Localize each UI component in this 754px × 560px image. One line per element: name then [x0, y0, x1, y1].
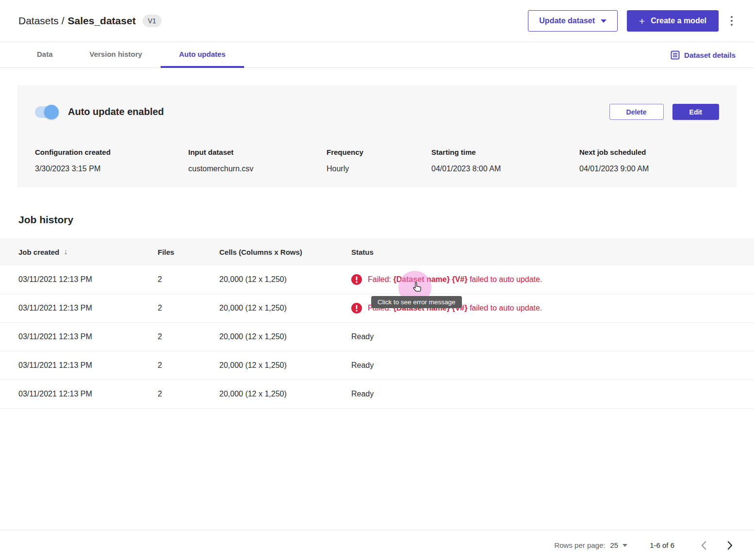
cell-cells: 20,000 (12 x 1,250) — [219, 332, 351, 341]
cell-cells: 20,000 (12 x 1,250) — [219, 361, 351, 370]
update-dataset-button[interactable]: Update dataset — [528, 10, 618, 32]
cell-cells: 20,000 (12 x 1,250) — [219, 390, 351, 398]
rows-per-page-label: Rows per page: — [554, 541, 605, 549]
cell-status-failed[interactable]: Failed: {Dataset name} {V#} failed to au… — [351, 274, 754, 285]
create-model-button[interactable]: + Create a model — [627, 10, 719, 32]
pagination-footer: Rows per page: 25 1-6 of 6 — [0, 530, 754, 560]
error-tooltip: Click to see error message — [371, 296, 462, 308]
field-configuration-created: Configuration created 3/30/2023 3:15 PM — [35, 148, 188, 173]
failed-status-text[interactable]: Failed: {Dataset name} {V#} failed to au… — [368, 275, 542, 284]
table-row: 03/11/2021 12:13 PM 2 20,000 (12 x 1,250… — [0, 351, 754, 380]
edit-button[interactable]: Edit — [672, 104, 719, 120]
page-header: Datasets / Sales_dataset V1 Update datas… — [0, 0, 754, 42]
header-actions: Update dataset + Create a model — [528, 10, 736, 32]
sort-descending-icon: ↓ — [64, 247, 67, 256]
tab-auto-updates[interactable]: Auto updates — [161, 42, 244, 68]
table-row: 03/11/2021 12:13 PM 2 20,000 (12 x 1,250… — [0, 323, 754, 351]
cell-job-created: 03/11/2021 12:13 PM — [18, 390, 158, 398]
page: Datasets / Sales_dataset V1 Update datas… — [0, 0, 754, 560]
table-row: 03/11/2021 12:13 PM 2 20,000 (12 x 1,250… — [0, 265, 754, 294]
auto-update-panel: Auto update enabled Delete Edit Configur… — [17, 85, 737, 187]
update-dataset-label: Update dataset — [539, 16, 595, 25]
tab-data[interactable]: Data — [18, 42, 71, 68]
job-history-table: Job created ↓ Files Cells (Columns x Row… — [0, 238, 754, 409]
cell-files: 2 — [158, 275, 219, 284]
auto-update-toggle-label: Auto update enabled — [68, 106, 164, 117]
dataset-details-link[interactable]: Dataset details — [671, 42, 736, 67]
kebab-dot — [731, 16, 733, 18]
dataset-details-label: Dataset details — [684, 51, 736, 59]
toggle-knob — [44, 105, 59, 119]
field-next-job-scheduled: Next job scheduled 04/01/2023 9:00 AM — [579, 148, 719, 173]
cell-files: 2 — [158, 361, 219, 370]
config-fields: Configuration created 3/30/2023 3:15 PM … — [35, 148, 719, 173]
plus-icon: + — [639, 16, 645, 26]
ready-status-text: Ready — [351, 332, 374, 341]
cell-cells: 20,000 (12 x 1,250) — [219, 304, 351, 313]
page-range-label: 1-6 of 6 — [650, 541, 674, 549]
previous-page-button[interactable] — [697, 539, 710, 552]
auto-update-toggle-group: Auto update enabled — [35, 106, 164, 118]
rows-per-page-value: 25 — [610, 541, 618, 549]
page-title: Sales_dataset — [68, 15, 136, 27]
cell-job-created: 03/11/2021 12:13 PM — [18, 275, 158, 284]
cell-files: 2 — [158, 332, 219, 341]
next-page-button[interactable] — [723, 539, 737, 552]
field-input-dataset: Input dataset customerchurn.csv — [188, 148, 327, 173]
error-icon — [351, 274, 362, 285]
column-header-job-created[interactable]: Job created ↓ — [18, 247, 158, 256]
panel-top-row: Auto update enabled Delete Edit — [35, 85, 719, 120]
field-starting-time: Starting time 04/01/2023 8:00 AM — [431, 148, 579, 173]
column-header-files: Files — [158, 248, 219, 256]
kebab-dot — [731, 20, 733, 22]
chevron-down-icon — [601, 19, 606, 23]
auto-update-toggle[interactable] — [35, 106, 57, 118]
kebab-dot — [731, 24, 733, 26]
cell-files: 2 — [158, 390, 219, 398]
table-row: 03/11/2021 12:13 PM 2 20,000 (12 x 1,250… — [0, 380, 754, 409]
pager — [697, 539, 737, 552]
cell-job-created: 03/11/2021 12:13 PM — [18, 332, 158, 341]
ready-status-text: Ready — [351, 361, 374, 370]
tab-bar: Data Version history Auto updates Datase… — [0, 42, 754, 68]
cell-job-created: 03/11/2021 12:13 PM — [18, 304, 158, 313]
chevron-down-icon — [623, 544, 627, 547]
rows-per-page-select[interactable]: 25 — [610, 541, 627, 549]
document-icon — [671, 50, 680, 60]
column-header-cells: Cells (Columns x Rows) — [219, 248, 351, 256]
cell-files: 2 — [158, 304, 219, 313]
create-model-label: Create a model — [651, 16, 706, 25]
error-icon — [351, 303, 362, 313]
column-header-status: Status — [351, 248, 754, 256]
delete-button[interactable]: Delete — [609, 104, 664, 120]
panel-buttons: Delete Edit — [609, 104, 719, 120]
job-history-title: Job history — [18, 214, 754, 226]
cell-job-created: 03/11/2021 12:13 PM — [18, 361, 158, 370]
field-frequency: Frequency Hourly — [327, 148, 431, 173]
breadcrumb: Datasets / Sales_dataset V1 — [18, 15, 162, 27]
tab-version-history[interactable]: Version history — [71, 42, 161, 68]
cell-cells: 20,000 (12 x 1,250) — [219, 275, 351, 284]
version-badge: V1 — [143, 15, 162, 27]
ready-status-text: Ready — [351, 390, 374, 398]
breadcrumb-datasets-link[interactable]: Datasets / — [18, 15, 65, 27]
table-header-row: Job created ↓ Files Cells (Columns x Row… — [0, 238, 754, 265]
kebab-menu-icon[interactable] — [728, 13, 736, 29]
